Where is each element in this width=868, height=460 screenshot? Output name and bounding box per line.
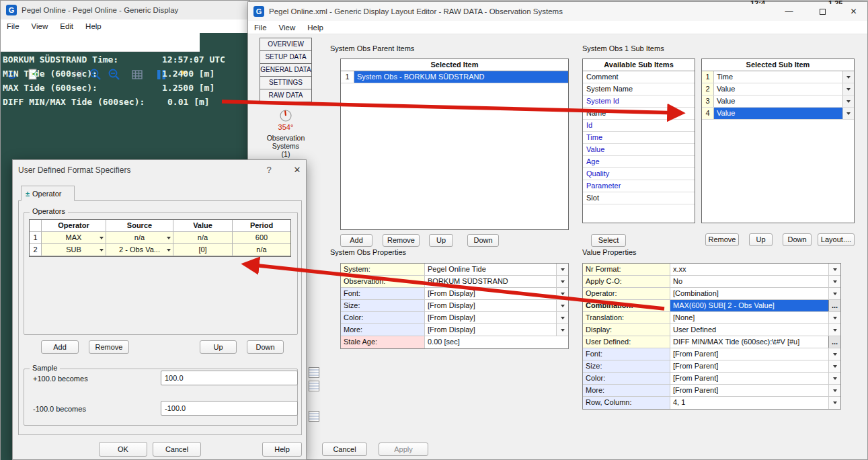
list-item[interactable]: Id <box>583 120 695 132</box>
cancel-button[interactable]: Cancel <box>153 442 201 457</box>
dropdown-button[interactable] <box>828 397 840 409</box>
period-cell[interactable]: n/a <box>233 244 290 256</box>
operator-combo[interactable]: SUB <box>42 244 106 256</box>
nav-settings-button[interactable]: SETTINGS <box>260 76 312 89</box>
dropdown-button[interactable] <box>828 288 840 299</box>
dropdown-button[interactable] <box>842 108 854 119</box>
dropdown-button[interactable] <box>828 276 840 287</box>
list-item[interactable]: Parameter <box>583 180 695 192</box>
table-row[interactable]: 1 Time <box>702 71 854 83</box>
property-value[interactable]: Pegel Online Tide <box>425 264 556 275</box>
source-combo[interactable]: 2 - Obs Va... <box>106 244 173 256</box>
select-button[interactable]: Select <box>591 234 626 247</box>
remove-button[interactable]: Remove <box>89 340 129 354</box>
dropdown-button[interactable] <box>828 264 840 275</box>
menu-item-view[interactable]: View <box>273 24 302 32</box>
dropdown-button[interactable] <box>556 300 568 311</box>
property-value[interactable]: [From Parent] <box>670 385 828 396</box>
dropdown-button[interactable] <box>828 324 840 336</box>
list-item[interactable]: Slot <box>583 192 695 204</box>
maximize-button[interactable] <box>807 2 838 21</box>
apply-button[interactable]: Apply <box>379 443 428 456</box>
list-item[interactable]: Value <box>583 144 695 156</box>
property-value[interactable]: BORKUM SÜDSTRAND <box>425 276 556 287</box>
partially-covered-icon[interactable] <box>309 381 319 391</box>
operator-combo[interactable]: MAX <box>42 232 106 244</box>
more-options-button[interactable]: ... <box>828 300 840 311</box>
cancel-button[interactable]: Cancel <box>322 443 367 456</box>
property-value[interactable]: [Combination] <box>670 288 828 299</box>
tab-operator[interactable]: ± Operator <box>21 186 75 201</box>
property-value[interactable]: [From Display] <box>425 288 556 299</box>
partially-covered-icon[interactable] <box>309 411 319 422</box>
dropdown-button[interactable] <box>842 95 854 107</box>
up-button[interactable]: Up <box>429 234 453 247</box>
down-button[interactable]: Down <box>247 340 284 354</box>
property-value[interactable]: [From Parent] <box>670 360 828 372</box>
dropdown-button[interactable] <box>828 360 840 372</box>
property-value[interactable]: [From Display] <box>425 300 556 311</box>
dropdown-button[interactable] <box>842 83 854 95</box>
dropdown-button[interactable] <box>842 71 854 83</box>
remove-button[interactable]: Remove <box>383 234 420 247</box>
up-button[interactable]: Up <box>200 340 237 354</box>
menu-item-edit[interactable]: Edit <box>54 22 79 30</box>
dropdown-button[interactable] <box>828 385 840 396</box>
dropdown-button[interactable] <box>556 324 568 336</box>
property-value[interactable]: DIFF MIN/MAX Tide (600sec):\t#V [#u] <box>670 336 828 348</box>
nav-raw-data-button[interactable]: RAW DATA <box>260 89 312 102</box>
dropdown-button[interactable] <box>556 264 568 275</box>
help-button[interactable]: Help <box>262 442 302 457</box>
dialog-close-button[interactable]: ✕ <box>290 165 305 175</box>
menu-item-file[interactable]: File <box>1 22 26 30</box>
list-item[interactable]: Quality <box>583 168 695 180</box>
minimize-button[interactable]: — <box>774 2 804 21</box>
nav-overview-button[interactable]: OVERVIEW <box>260 38 312 51</box>
table-row[interactable]: 3 Value <box>702 95 854 108</box>
menu-item-help[interactable]: Help <box>301 24 329 32</box>
dialog-help-button[interactable]: ? <box>262 165 276 175</box>
source-combo[interactable]: n/a <box>106 232 173 244</box>
layout-button[interactable]: Layout.... <box>818 233 855 246</box>
property-value[interactable]: 4, 1 <box>670 397 828 409</box>
ok-button[interactable]: OK <box>99 442 147 457</box>
property-value[interactable]: [From Display] <box>425 312 556 323</box>
add-button[interactable]: Add <box>340 234 372 247</box>
dropdown-button[interactable] <box>828 312 840 323</box>
dropdown-button[interactable] <box>556 312 568 323</box>
nav-setup-data-button[interactable]: SETUP DATA <box>260 50 312 64</box>
list-item[interactable]: Comment <box>583 71 695 83</box>
menu-item-view[interactable]: View <box>26 22 54 30</box>
table-row[interactable]: 1 System Obs - BORKUM SÜDSTRAND <box>341 71 568 83</box>
table-row[interactable]: 4 Value <box>702 108 854 120</box>
menu-item-help[interactable]: Help <box>79 22 108 30</box>
period-cell[interactable]: 600 <box>233 232 290 244</box>
sample-negative-input[interactable] <box>161 401 298 416</box>
property-value[interactable]: No <box>670 276 828 287</box>
property-value[interactable]: User Defined <box>670 324 828 336</box>
nav-general-data-button[interactable]: GENERAL DATA <box>260 63 312 77</box>
sample-positive-input[interactable] <box>161 371 298 385</box>
table-row[interactable]: 2 Value <box>702 83 854 95</box>
list-item[interactable]: Name <box>583 108 695 120</box>
property-value[interactable]: [None] <box>670 312 828 323</box>
property-value[interactable]: [From Parent] <box>670 373 828 384</box>
dropdown-button[interactable] <box>556 276 568 287</box>
up-button[interactable]: Up <box>749 233 773 246</box>
property-value[interactable]: [From Parent] <box>670 348 828 360</box>
value-cell[interactable]: n/a <box>173 232 233 244</box>
property-value[interactable]: MAX(600) SUB[ 2 - Obs Value] <box>670 300 828 311</box>
list-item[interactable]: Time <box>583 132 695 144</box>
partially-covered-icon[interactable] <box>309 367 319 378</box>
more-options-button[interactable]: ... <box>828 336 840 348</box>
down-button[interactable]: Down <box>467 234 499 247</box>
list-item[interactable]: System Name <box>583 83 695 95</box>
property-value[interactable]: [From Display] <box>425 324 556 336</box>
value-cell[interactable]: [0] <box>173 244 233 256</box>
list-item[interactable]: System Id <box>583 95 695 108</box>
dropdown-button[interactable] <box>828 373 840 384</box>
operator-row[interactable]: 1 MAX n/a n/a 600 <box>30 232 290 244</box>
remove-button[interactable]: Remove <box>705 233 739 246</box>
dropdown-button[interactable] <box>828 348 840 360</box>
close-button[interactable]: ✕ <box>838 2 868 21</box>
